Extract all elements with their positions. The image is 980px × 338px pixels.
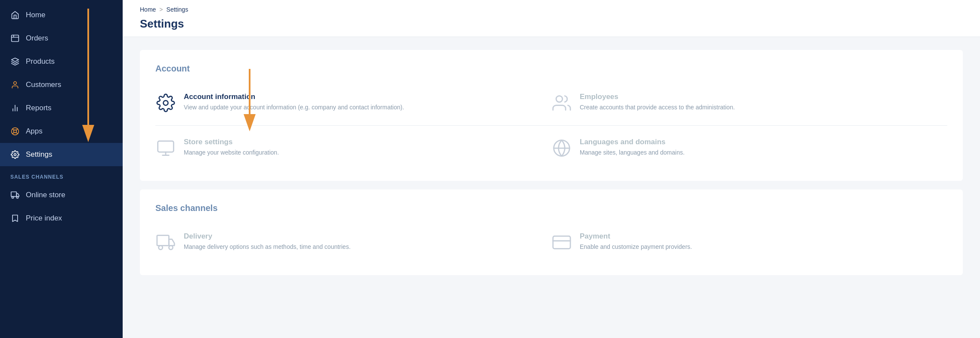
main-content: Home > Settings Settings Account Account… xyxy=(123,0,980,338)
account-information-title: Account information xyxy=(184,93,404,101)
svg-point-14 xyxy=(14,154,16,156)
sidebar-item-price-index[interactable]: Price index xyxy=(0,207,123,230)
breadcrumb-separator: > xyxy=(159,6,163,13)
delivery-title: Delivery xyxy=(184,232,351,241)
svg-point-20 xyxy=(556,96,563,102)
sidebar-item-home-label: Home xyxy=(26,11,45,19)
svg-rect-15 xyxy=(11,192,16,197)
customers-icon xyxy=(10,80,20,90)
payment-desc: Enable and customize payment providers. xyxy=(580,242,692,251)
sidebar-item-apps-label: Apps xyxy=(26,127,43,136)
svg-point-27 xyxy=(159,245,163,249)
sidebar-item-products-label: Products xyxy=(26,57,55,66)
payment-icon xyxy=(551,232,572,253)
sidebar-item-products[interactable]: Products xyxy=(0,50,123,73)
apps-icon xyxy=(10,127,20,136)
sidebar: Home Orders Products Customers xyxy=(0,0,123,338)
sidebar-item-settings[interactable]: Settings xyxy=(0,143,123,166)
sidebar-item-orders[interactable]: Orders xyxy=(0,27,123,50)
products-icon xyxy=(10,57,20,66)
svg-point-28 xyxy=(169,245,173,249)
breadcrumb: Home > Settings xyxy=(140,6,963,13)
languages-domains-item[interactable]: Languages and domains Manage sites, lang… xyxy=(551,129,947,167)
sidebar-item-orders-label: Orders xyxy=(26,34,48,43)
employees-desc: Create accounts that provide access to t… xyxy=(580,103,735,112)
sidebar-item-reports-label: Reports xyxy=(26,104,52,112)
store-icon xyxy=(10,190,20,200)
employees-info: Employees Create accounts that provide a… xyxy=(580,93,735,112)
languages-domains-icon xyxy=(551,138,572,158)
home-icon xyxy=(10,10,20,20)
account-grid-2: Store settings Manage your website confi… xyxy=(155,129,947,167)
store-settings-desc: Manage your website configuration. xyxy=(184,148,279,157)
sidebar-item-customers[interactable]: Customers xyxy=(0,73,123,96)
sales-channels-grid: Delivery Manage delivery options such as… xyxy=(155,223,947,261)
languages-domains-info: Languages and domains Manage sites, lang… xyxy=(580,138,685,157)
sidebar-item-online-store[interactable]: Online store xyxy=(0,183,123,207)
account-information-item[interactable]: Account information View and update your… xyxy=(155,84,551,122)
sidebar-item-apps[interactable]: Apps xyxy=(0,120,123,143)
languages-domains-title: Languages and domains xyxy=(580,138,685,146)
store-settings-icon xyxy=(155,138,176,158)
svg-point-16 xyxy=(12,196,14,198)
svg-point-4 xyxy=(14,82,17,85)
payment-title: Payment xyxy=(580,232,692,241)
account-section: Account Account information View and upd… xyxy=(140,50,963,181)
breadcrumb-current: Settings xyxy=(167,6,189,13)
store-settings-title: Store settings xyxy=(184,138,279,146)
svg-marker-3 xyxy=(12,58,19,62)
delivery-info: Delivery Manage delivery options such as… xyxy=(184,232,351,251)
store-settings-info: Store settings Manage your website confi… xyxy=(184,138,279,157)
svg-rect-21 xyxy=(158,141,174,152)
payment-item[interactable]: Payment Enable and customize payment pro… xyxy=(551,223,947,261)
reports-icon xyxy=(10,103,20,113)
svg-rect-0 xyxy=(12,35,19,42)
delivery-icon xyxy=(155,232,176,253)
sales-channels-section: Sales channels Delivery Manage delivery … xyxy=(140,189,963,275)
sidebar-item-price-index-label: Price index xyxy=(26,214,62,223)
employees-title: Employees xyxy=(580,93,735,101)
delivery-desc: Manage delivery options such as methods,… xyxy=(184,242,351,251)
employees-icon xyxy=(551,93,572,113)
svg-line-10 xyxy=(12,129,14,130)
svg-line-13 xyxy=(12,132,14,134)
svg-point-17 xyxy=(16,196,18,198)
account-grid: Account information View and update your… xyxy=(155,84,947,122)
payment-info: Payment Enable and customize payment pro… xyxy=(580,232,692,251)
content-area: Account Account information View and upd… xyxy=(123,37,980,297)
svg-line-12 xyxy=(16,129,18,130)
svg-rect-29 xyxy=(553,236,570,248)
sidebar-item-reports[interactable]: Reports xyxy=(0,96,123,120)
account-information-desc: View and update your account information… xyxy=(184,103,404,112)
divider-1 xyxy=(155,125,947,126)
account-section-title: Account xyxy=(155,64,947,74)
page-title: Settings xyxy=(140,17,963,37)
svg-rect-26 xyxy=(157,236,169,246)
account-information-icon xyxy=(155,93,176,113)
price-index-icon xyxy=(10,214,20,223)
languages-domains-desc: Manage sites, languages and domains. xyxy=(580,148,685,157)
svg-point-19 xyxy=(164,101,168,105)
sales-channels-label: SALES CHANNELS xyxy=(0,166,123,183)
svg-marker-18 xyxy=(12,215,18,222)
svg-line-11 xyxy=(16,132,18,134)
breadcrumb-bar: Home > Settings Settings xyxy=(123,0,980,37)
account-information-info: Account information View and update your… xyxy=(184,93,404,112)
sidebar-item-customers-label: Customers xyxy=(26,81,61,89)
delivery-item[interactable]: Delivery Manage delivery options such as… xyxy=(155,223,551,261)
sales-channels-section-title: Sales channels xyxy=(155,203,947,213)
sidebar-item-home[interactable]: Home xyxy=(0,3,123,27)
breadcrumb-home[interactable]: Home xyxy=(140,6,156,13)
store-settings-item[interactable]: Store settings Manage your website confi… xyxy=(155,129,551,167)
sidebar-item-online-store-label: Online store xyxy=(26,191,65,199)
sidebar-item-settings-label: Settings xyxy=(26,150,52,159)
settings-icon xyxy=(10,150,20,159)
employees-item[interactable]: Employees Create accounts that provide a… xyxy=(551,84,947,122)
orders-icon xyxy=(10,34,20,43)
